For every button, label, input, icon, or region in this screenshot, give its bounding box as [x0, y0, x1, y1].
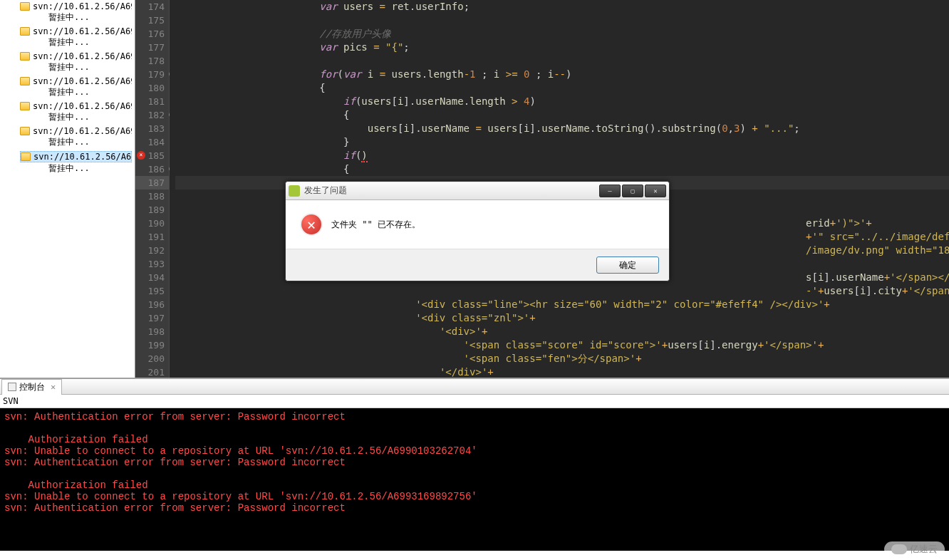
folder-icon: [20, 127, 30, 135]
repo-url: svn://10.61.2.56/A6998: [33, 1, 132, 11]
console-output[interactable]: svn: Authentication error from server: P…: [0, 408, 949, 551]
minimize-button[interactable]: —: [599, 185, 621, 197]
repo-status: 暂挂中...: [20, 36, 132, 48]
code-line[interactable]: users[i].userName = users[i].userName.to…: [175, 122, 949, 135]
line-number[interactable]: 175: [135, 14, 169, 27]
line-number[interactable]: 185×: [135, 149, 169, 162]
line-number[interactable]: 196: [135, 298, 169, 311]
code-line[interactable]: //存放用户头像: [175, 27, 949, 41]
console-panel: 控制台 ✕ SVN svn: Authentication error from…: [0, 378, 949, 560]
line-number[interactable]: 192: [135, 244, 169, 257]
line-number[interactable]: 194: [135, 271, 169, 284]
repo-url: svn://10.61.2.56/A6999: [33, 126, 132, 136]
repo-status: 暂挂中...: [20, 111, 132, 123]
line-number[interactable]: 174: [135, 0, 169, 14]
code-line[interactable]: if(): [175, 149, 949, 162]
svn-repo-item[interactable]: svn://10.61.2.56/A6999暂挂中...: [0, 100, 135, 125]
dialog-titlebar[interactable]: 发生了问题 — ▢ ✕: [286, 182, 669, 200]
maximize-button[interactable]: ▢: [622, 185, 643, 197]
code-line[interactable]: {: [175, 108, 949, 122]
code-line[interactable]: if(users[i].userName.length > 4): [175, 95, 949, 108]
folder-icon: [20, 2, 30, 11]
code-line[interactable]: for(var i = users.length-1 ; i >= 0 ; i-…: [175, 68, 949, 81]
svn-repo-item[interactable]: svn://10.61.2.56/A6998暂挂中...: [0, 25, 135, 50]
line-number[interactable]: 184: [135, 135, 169, 149]
folder-icon: [20, 52, 30, 61]
svn-repo-item[interactable]: svn://10.61.2.56/A6999×暂挂中...: [0, 125, 135, 150]
console-tab[interactable]: 控制台 ✕: [1, 379, 62, 395]
repo-status: 暂挂中...: [20, 11, 132, 24]
line-number[interactable]: 189: [135, 203, 169, 217]
code-line[interactable]: {: [175, 81, 949, 95]
watermark-text: 亿速云: [910, 543, 938, 556]
code-line[interactable]: '<div class="znl">'+: [175, 311, 949, 325]
line-number[interactable]: 190: [135, 217, 169, 230]
folder-icon: [20, 77, 30, 85]
line-number[interactable]: 200: [135, 352, 169, 365]
line-number[interactable]: 199: [135, 338, 169, 352]
repo-url: svn://10.61.2.56/A6999: [33, 152, 132, 162]
repo-status: 暂挂中...: [20, 86, 132, 98]
code-line[interactable]: '<span class="fen">分</span>'+: [175, 352, 949, 365]
code-line[interactable]: [175, 54, 949, 68]
code-line[interactable]: {: [175, 162, 949, 176]
cloud-icon: [891, 544, 907, 554]
editor-gutter: 174175176177178179180181182183184185×186…: [135, 0, 170, 378]
repo-status: 暂挂中...: [20, 61, 132, 73]
line-number[interactable]: 198: [135, 325, 169, 338]
line-number[interactable]: 176: [135, 27, 169, 41]
repo-url: svn://10.61.2.56/A6998: [33, 76, 132, 86]
code-line[interactable]: var pics = "{";: [175, 41, 949, 54]
error-dialog: 发生了问题 — ▢ ✕ ✕ 文件夹 "" 已不存在。 确定: [285, 181, 670, 281]
code-line[interactable]: var users = ret.userInfo;: [175, 0, 949, 14]
line-number[interactable]: 193: [135, 257, 169, 271]
line-number[interactable]: 178: [135, 54, 169, 68]
code-line[interactable]: '<div>'+: [175, 325, 949, 338]
line-number[interactable]: 181: [135, 95, 169, 108]
code-line[interactable]: '<span class="score" id="score">'+users[…: [175, 338, 949, 352]
line-number[interactable]: 179: [135, 68, 169, 81]
svn-repo-item[interactable]: svn://10.61.2.56/A6998暂挂中...: [0, 50, 135, 75]
console-header: SVN: [0, 395, 949, 408]
repo-url: svn://10.61.2.56/A6998: [33, 51, 132, 61]
watermark: 亿速云: [884, 541, 945, 557]
repo-url: svn://10.61.2.56/A6999: [33, 101, 132, 111]
svn-repo-item[interactable]: svn://10.61.2.56/A6998暂挂中...: [0, 0, 135, 25]
line-number[interactable]: 180: [135, 81, 169, 95]
dialog-message: 文件夹 "" 已不存在。: [331, 219, 420, 231]
dialog-title-text: 发生了问题: [304, 185, 347, 197]
console-icon: [8, 383, 16, 391]
folder-icon: [20, 102, 30, 110]
line-number[interactable]: 188: [135, 190, 169, 203]
code-line[interactable]: '<div class="line"><hr size="60" width="…: [175, 298, 949, 311]
code-line[interactable]: '</div>'+: [175, 365, 949, 378]
code-line[interactable]: -'+users[i].city+'</span></div>'+: [175, 284, 949, 298]
line-number[interactable]: 183: [135, 122, 169, 135]
folder-icon: [21, 152, 31, 161]
android-icon: [289, 185, 300, 197]
project-explorer: svn://10.61.2.56/A6998暂挂中...svn://10.61.…: [0, 0, 135, 378]
code-line[interactable]: [175, 14, 949, 27]
close-button[interactable]: ✕: [645, 185, 666, 197]
error-icon: ✕: [300, 213, 323, 236]
code-line[interactable]: }: [175, 135, 949, 149]
line-number[interactable]: 186: [135, 162, 169, 176]
repo-status: 暂挂中...: [20, 136, 132, 148]
close-tab-icon[interactable]: ✕: [51, 382, 56, 392]
line-number[interactable]: 182: [135, 108, 169, 122]
console-tabs: 控制台 ✕: [0, 379, 949, 395]
line-number[interactable]: 191: [135, 230, 169, 244]
line-number[interactable]: 187: [135, 176, 169, 190]
error-marker-icon[interactable]: ×: [137, 151, 145, 160]
line-number[interactable]: 197: [135, 311, 169, 325]
svn-repo-item[interactable]: svn://10.61.2.56/A6998暂挂中...: [0, 75, 135, 100]
line-number[interactable]: 177: [135, 41, 169, 54]
folder-icon: [20, 27, 30, 36]
ok-button[interactable]: 确定: [596, 256, 659, 274]
console-tab-label: 控制台: [19, 381, 45, 393]
repo-url: svn://10.61.2.56/A6998: [33, 26, 132, 36]
line-number[interactable]: 195: [135, 284, 169, 298]
repo-status: 暂挂中...: [20, 162, 132, 175]
svn-repo-item[interactable]: svn://10.61.2.56/A6999暂挂中...: [0, 150, 135, 176]
